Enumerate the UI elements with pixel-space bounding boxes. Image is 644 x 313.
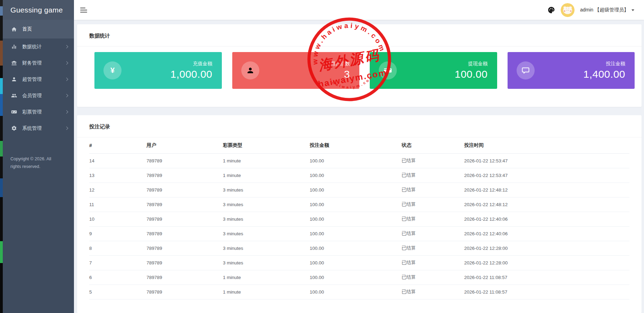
table-cell: 1 minute: [223, 153, 310, 168]
table-cell: 2026-01-22 11:08:57: [464, 285, 629, 299]
table-cell: 100.00: [310, 285, 402, 299]
table-cell: 100.00: [310, 226, 402, 241]
sidebar-item-会员管理[interactable]: 会员管理: [3, 87, 74, 104]
table-cell: 2026-01-22 12:53:47: [464, 153, 629, 168]
table-cell: 1 minute: [223, 168, 310, 183]
table-row: 147897891 minute100.00已结算2026-01-22 12:5…: [89, 153, 629, 168]
caret-down-icon: [632, 9, 634, 11]
stat-value: 1,400.00: [583, 68, 625, 80]
sidebar-item-系统管理[interactable]: 系统管理: [3, 120, 74, 136]
table-cell: 11: [89, 197, 147, 212]
gamepad-icon: [11, 109, 17, 115]
column-header: 投注金额: [310, 137, 402, 153]
chevron-right-icon: [65, 78, 68, 81]
table-cell: 1 minute: [223, 285, 310, 299]
table-cell: 已结算: [402, 255, 464, 270]
sidebar: Guessing game 首页数据统计财务管理超管管理会员管理彩票管理系统管理…: [3, 0, 74, 313]
table-cell: 100.00: [310, 241, 402, 255]
column-header: 状态: [402, 137, 464, 153]
stat-cards: ¥充值金额1,000.00用户总数3提现金额100.00投注金额1,400.00: [77, 46, 642, 105]
table-cell: 6: [89, 270, 147, 285]
table-cell: 789789: [147, 270, 223, 285]
chevron-right-icon: [65, 45, 68, 49]
table-cell: 2026-01-22 12:40:06: [464, 212, 629, 226]
chat-icon: [517, 61, 535, 79]
table-cell: 已结算: [402, 241, 464, 255]
table-cell: 789789: [147, 197, 223, 212]
table-cell: 789789: [147, 285, 223, 299]
stats-panel: 数据统计 ¥充值金额1,000.00用户总数3提现金额100.00投注金额1,4…: [77, 24, 642, 107]
sidebar-item-彩票管理[interactable]: 彩票管理: [3, 104, 74, 120]
stat-card-用户总数: 用户总数3: [232, 52, 360, 89]
column-header: #: [89, 137, 147, 153]
table-cell: 100.00: [310, 255, 402, 270]
table-cell: 已结算: [402, 212, 464, 226]
table-cell: 789789: [147, 241, 223, 255]
table-row: 77897893 minutes100.00已结算2026-01-22 12:2…: [89, 255, 629, 270]
table-header-row: #用户彩票类型投注金额状态投注时间: [89, 137, 629, 153]
table-cell: 789789: [147, 226, 223, 241]
stat-label: 充值金额: [170, 61, 212, 67]
table-cell: 3 minutes: [223, 212, 310, 226]
stat-label: 提现金额: [455, 61, 488, 67]
app-logo[interactable]: Guessing game: [3, 0, 74, 20]
table-cell: 789789: [147, 255, 223, 270]
table-cell: 已结算: [402, 197, 464, 212]
table-row: 137897891 minute100.00已结算2026-01-22 12:5…: [89, 168, 629, 183]
sidebar-item-数据统计[interactable]: 数据统计: [3, 39, 74, 55]
column-header: 投注时间: [464, 137, 629, 153]
chevron-right-icon: [65, 110, 68, 114]
home-icon: [11, 26, 17, 32]
table-row: 127897893 minutes100.00已结算2026-01-22 12:…: [89, 183, 629, 197]
table-cell: 100.00: [310, 270, 402, 285]
table-cell: 8: [89, 241, 147, 255]
gear-icon: [11, 125, 17, 131]
table-cell: 14: [89, 153, 147, 168]
stat-value: 3: [331, 68, 350, 80]
user-icon: [241, 61, 259, 79]
table-cell: 已结算: [402, 153, 464, 168]
sidebar-item-超管管理[interactable]: 超管管理: [3, 71, 74, 87]
table-row: 67897891 minute100.00已结算2026-01-22 11:08…: [89, 270, 629, 285]
table-row: 117897893 minutes100.00已结算2026-01-22 12:…: [89, 197, 629, 212]
table-cell: 100.00: [310, 153, 402, 168]
chevron-right-icon: [65, 127, 68, 130]
table-cell: 3 minutes: [223, 226, 310, 241]
table-cell: 100.00: [310, 183, 402, 197]
stat-label: 用户总数: [331, 61, 350, 67]
sidebar-item-首页[interactable]: 首页: [3, 20, 74, 39]
background-window-strip: [0, 0, 3, 313]
table-row: 57897891 minute100.00已结算2026-01-22 11:08…: [89, 285, 629, 299]
sidebar-item-label: 超管管理: [22, 76, 65, 83]
table-cell: 12: [89, 183, 147, 197]
sidebar-item-label: 数据统计: [22, 44, 65, 50]
users-icon: [11, 93, 17, 99]
theme-palette-icon[interactable]: [547, 6, 555, 14]
bank-icon: [11, 60, 17, 66]
admin-dashboard: Guessing game 首页数据统计财务管理超管管理会员管理彩票管理系统管理…: [0, 0, 644, 313]
table-cell: 已结算: [402, 226, 464, 241]
sidebar-toggle-button[interactable]: [80, 6, 88, 14]
sidebar-item-财务管理[interactable]: 财务管理: [3, 55, 74, 71]
table-cell: 789789: [147, 212, 223, 226]
copyright-text: Copyright © 2026. All rights reserved.: [3, 155, 69, 171]
user-menu[interactable]: admin 【超级管理员】: [580, 7, 634, 13]
table-cell: 3 minutes: [223, 241, 310, 255]
table-cell: 3 minutes: [223, 183, 310, 197]
chart-icon: [11, 44, 17, 50]
sidebar-item-label: 会员管理: [22, 93, 65, 99]
chevron-right-icon: [65, 94, 68, 98]
column-header: 彩票类型: [223, 137, 310, 153]
top-header: admin 【超级管理员】: [74, 0, 644, 20]
avatar[interactable]: [561, 3, 575, 17]
table-cell: 13: [89, 168, 147, 183]
sidebar-item-label: 首页: [22, 26, 68, 32]
table-body: 147897891 minute100.00已结算2026-01-22 12:5…: [89, 153, 629, 299]
table-cell: 100.00: [310, 197, 402, 212]
table-cell: 10: [89, 212, 147, 226]
bet-records-table: #用户彩票类型投注金额状态投注时间 147897891 minute100.00…: [89, 137, 629, 299]
table-cell: 100.00: [310, 212, 402, 226]
stat-card-提现金额: 提现金额100.00: [370, 52, 497, 89]
stat-card-投注金额: 投注金额1,400.00: [508, 52, 635, 89]
table-cell: 2026-01-22 12:40:06: [464, 226, 629, 241]
